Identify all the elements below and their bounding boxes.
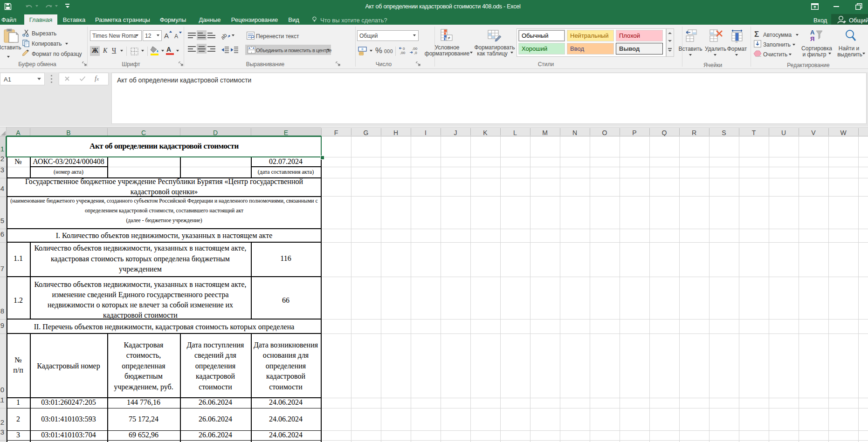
svg-text:,0: ,0 bbox=[414, 51, 417, 55]
svg-text:,00: ,00 bbox=[412, 47, 418, 51]
svg-text:,00: ,00 bbox=[400, 51, 406, 55]
svg-text:0: 0 bbox=[403, 47, 405, 51]
svg-text:ab: ab bbox=[221, 32, 228, 40]
svg-text:А: А bbox=[810, 29, 815, 36]
svg-text:≠: ≠ bbox=[448, 35, 451, 41]
svg-text:Я: Я bbox=[810, 35, 814, 42]
